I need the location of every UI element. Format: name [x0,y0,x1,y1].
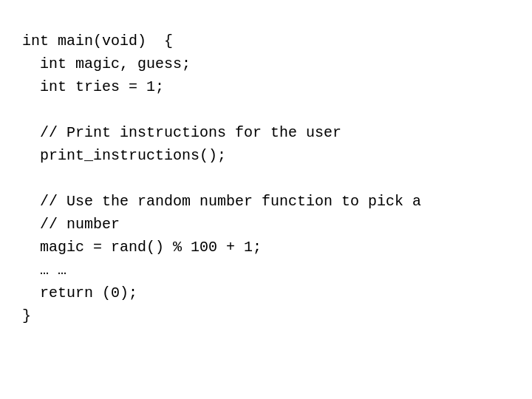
code-line-line5: // Print instructions for the user [22,124,341,141]
code-line-line2: int magic, guess; [22,55,191,72]
code-line-line10: magic = rand() % 100 + 1; [22,239,262,256]
code-line-line13: } [22,307,31,324]
code-block: int main(void) { int magic, guess; int t… [22,30,421,327]
code-line-line9: // number [22,216,120,233]
code-line-line3: int tries = 1; [22,78,164,95]
code-line-line11: … … [22,262,66,279]
code-line-line12: return (0); [22,284,137,301]
code-line-line8: // Use the random number function to pic… [22,193,421,210]
code-line-line1: int main(void) { [22,33,173,50]
code-line-line6: print_instructions(); [22,147,226,164]
